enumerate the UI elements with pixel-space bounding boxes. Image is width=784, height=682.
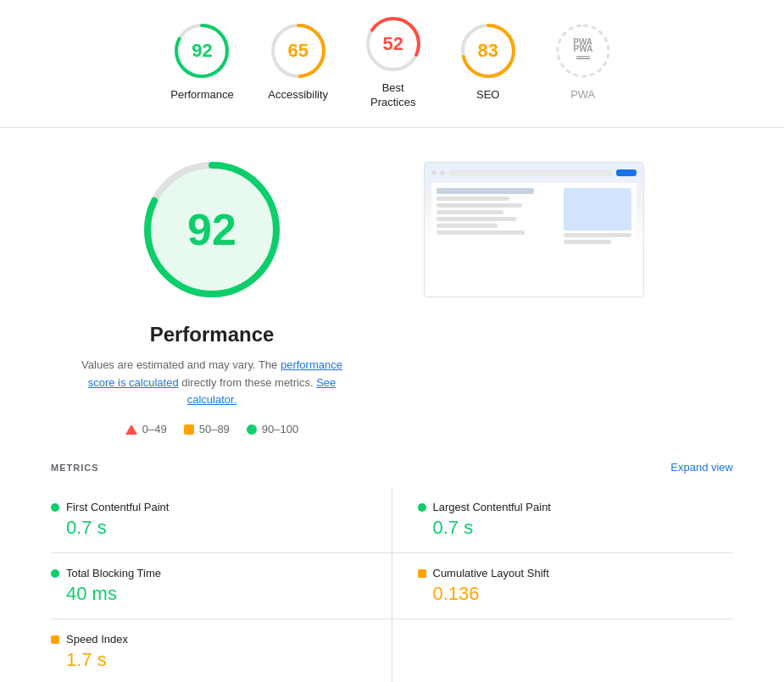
score-pwa[interactable]: PWA — PWA — PWA	[553, 20, 614, 103]
metric-cls: Cumulative Layout Shift 0.136	[392, 553, 734, 619]
calculator-link[interactable]: See calculator.	[187, 376, 336, 407]
legend-red-range: 0–49	[142, 423, 167, 435]
pwa-inner-label: PWA	[573, 38, 592, 48]
metrics-section: METRICS Expand view First Contentful Pai…	[0, 461, 784, 682]
metric-tbt-name: Total Blocking Time	[51, 567, 366, 579]
expand-view-button[interactable]: Expand view	[670, 461, 733, 474]
legend: 0–49 50–89 90–100	[125, 423, 298, 435]
metric-lcp: Largest Contentful Paint 0.7 s	[392, 487, 734, 553]
best-practices-circle: 52	[363, 14, 424, 75]
main-description: Values are estimated and may vary. The p…	[76, 357, 348, 409]
metric-fcp-value: 0.7 s	[66, 517, 366, 539]
cls-dot-icon	[418, 569, 426, 578]
legend-orange-range: 50–89	[199, 423, 230, 435]
accessibility-value: 65	[287, 40, 308, 62]
metric-fcp: First Contentful Paint 0.7 s	[51, 487, 392, 553]
accessibility-label: Accessibility	[268, 88, 328, 103]
legend-green-range: 90–100	[262, 423, 298, 435]
performance-circle: 92	[171, 20, 232, 81]
metric-cls-name: Cumulative Layout Shift	[418, 567, 734, 579]
metrics-grid: First Contentful Paint 0.7 s Largest Con…	[51, 487, 733, 682]
metric-si: Speed Index 1.7 s	[51, 619, 392, 682]
metric-lcp-value: 0.7 s	[433, 517, 734, 539]
metric-empty	[392, 619, 734, 682]
pwa-dash: —	[573, 48, 592, 64]
score-seo[interactable]: 83 SEO	[458, 20, 519, 103]
seo-value: 83	[477, 40, 498, 62]
score-best-practices[interactable]: 52 BestPractices	[363, 14, 424, 110]
right-panel	[424, 153, 733, 435]
seo-circle: 83	[458, 20, 519, 81]
red-triangle-icon	[125, 424, 137, 435]
performance-value: 92	[192, 40, 212, 62]
best-practices-label: BestPractices	[370, 81, 415, 110]
scores-bar: 92 Performance 65 Accessibility 52 BestP…	[0, 0, 784, 128]
pwa-label: PWA	[570, 88, 595, 103]
orange-square-icon	[184, 424, 194, 435]
main-score-circle: 92	[136, 153, 288, 306]
legend-red: 0–49	[125, 423, 167, 435]
left-panel: 92 Performance Values are estimated and …	[51, 153, 373, 435]
perf-score-link[interactable]: performance score is calculated	[88, 358, 342, 389]
score-performance[interactable]: 92 Performance	[170, 20, 233, 103]
seo-label: SEO	[476, 88, 499, 103]
page-screenshot	[424, 162, 644, 297]
si-dot-icon	[51, 635, 59, 644]
tbt-dot-icon	[51, 569, 59, 578]
main-score-value: 92	[187, 204, 236, 255]
legend-orange: 50–89	[184, 423, 230, 435]
metric-fcp-name: First Contentful Paint	[51, 501, 366, 513]
metrics-header: METRICS Expand view	[51, 461, 733, 474]
fcp-dot-icon	[51, 503, 59, 512]
metric-si-value: 1.7 s	[66, 649, 366, 671]
legend-green: 90–100	[247, 423, 298, 435]
performance-label: Performance	[170, 88, 233, 103]
main-title: Performance	[150, 323, 275, 347]
accessibility-circle: 65	[268, 20, 329, 81]
green-circle-icon	[247, 424, 257, 435]
score-accessibility[interactable]: 65 Accessibility	[268, 20, 329, 103]
metric-lcp-name: Largest Contentful Paint	[418, 501, 734, 513]
main-content: 92 Performance Values are estimated and …	[0, 128, 784, 461]
pwa-circle: PWA — PWA —	[553, 20, 614, 81]
metrics-title: METRICS	[51, 463, 99, 473]
metric-tbt-value: 40 ms	[66, 583, 366, 605]
metric-si-name: Speed Index	[51, 633, 366, 646]
best-practices-value: 52	[382, 33, 403, 55]
metric-cls-value: 0.136	[433, 583, 734, 605]
metric-tbt: Total Blocking Time 40 ms	[51, 553, 392, 619]
lcp-dot-icon	[418, 503, 426, 512]
screenshot-content	[425, 163, 643, 297]
